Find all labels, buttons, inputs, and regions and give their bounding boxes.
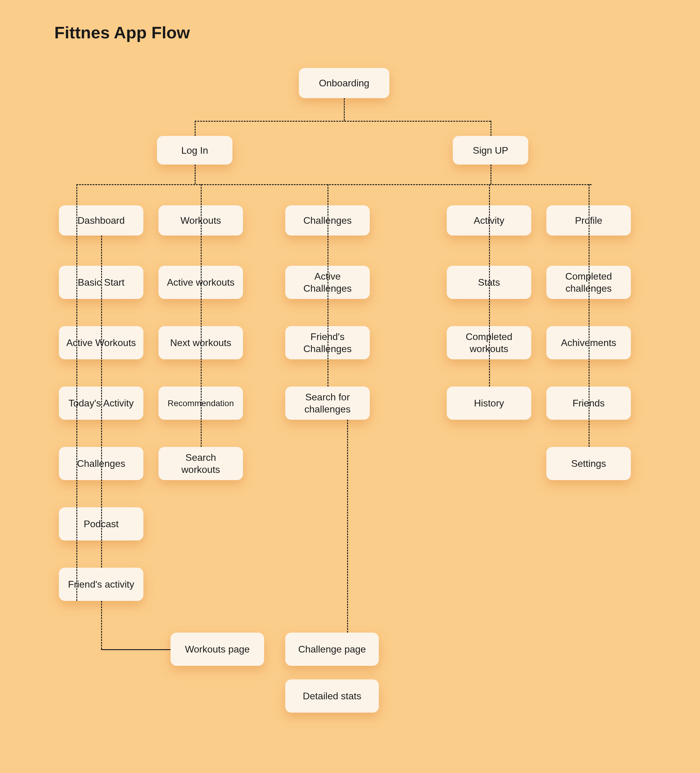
node-settings: Settings [546,447,631,480]
node-friends-activity: Friend's activity [59,567,143,601]
connector [491,164,491,184]
node-signup: Sign UP [453,136,528,164]
connector [347,420,348,633]
connector [491,121,491,136]
connector [588,184,590,447]
connector [101,601,102,649]
connector [195,121,491,122]
connector [489,184,490,386]
node-detailed-stats: Detailed stats [285,679,379,712]
node-search-challenges: Search for challenges [285,386,370,420]
connector [76,184,592,185]
diagram-title: Fittnes App Flow [54,23,190,42]
node-login: Log In [157,136,232,164]
connector [195,121,196,136]
node-onboarding: Onboarding [299,68,389,98]
node-dashboard: Dashboard [59,206,143,235]
node-workouts-page: Workouts page [171,633,264,666]
connector [101,235,102,567]
node-search-workouts: Search workouts [158,447,243,480]
connector [76,184,77,601]
connector [101,649,171,650]
node-history: History [447,386,531,420]
connector [327,184,329,386]
connector [201,184,202,447]
connector [344,98,345,121]
node-challenge-page: Challenge page [285,633,379,666]
connector [195,164,196,184]
